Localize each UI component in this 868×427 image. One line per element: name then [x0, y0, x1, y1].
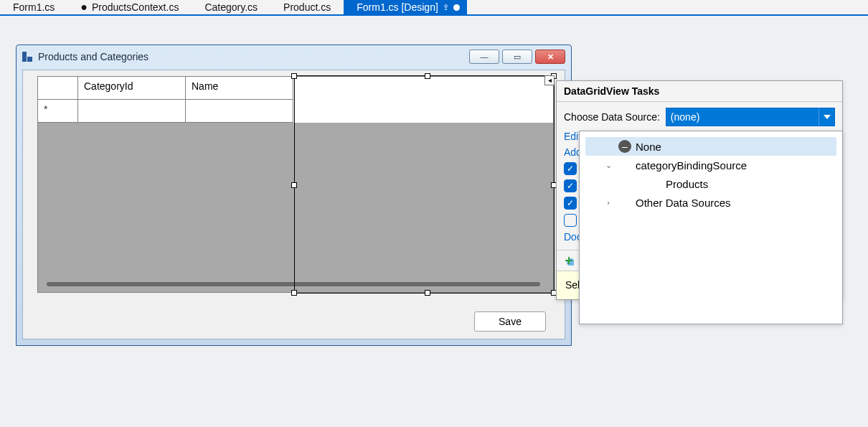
ds-node-label: categoryBindingSource: [636, 159, 747, 172]
tasks-check-2[interactable]: ✓: [564, 179, 577, 192]
dgv-col-categoryid[interactable]: CategoryId: [78, 77, 186, 100]
combo-value: (none): [671, 111, 699, 123]
expand-toggle-icon[interactable]: ›: [603, 198, 614, 207]
ds-node-products[interactable]: Products: [585, 174, 836, 193]
tasks-check-4[interactable]: [564, 214, 577, 227]
minimize-button[interactable]: —: [469, 50, 499, 64]
choose-datasource-label: Choose Data Source:: [564, 111, 660, 123]
tab-status-icon: [453, 4, 460, 11]
resize-handle[interactable]: [291, 73, 297, 79]
designed-form-window[interactable]: Products and Categories — ▭ ✕ CategoryId…: [16, 44, 572, 346]
tab-label: Form1.cs: [13, 1, 55, 13]
dgv-new-row-marker: *: [38, 100, 78, 123]
dgv-new-row[interactable]: *: [38, 100, 553, 123]
tab-productscontext-cs[interactable]: ● ProductsContext.cs: [67, 0, 192, 15]
smart-tag-glyph-icon[interactable]: ◂: [544, 75, 555, 85]
ds-node-label: Other Data Sources: [636, 197, 731, 209]
tab-label: Category.cs: [204, 1, 258, 13]
form-title: Products and Categories: [38, 51, 463, 62]
ds-node-bindingsource[interactable]: ⌄ categoryBindingSource: [585, 156, 836, 174]
maximize-button[interactable]: ▭: [502, 50, 532, 64]
form-app-icon: [22, 52, 32, 62]
dgv-col-name[interactable]: Name: [186, 77, 293, 100]
close-button[interactable]: ✕: [535, 50, 565, 64]
expand-toggle-icon[interactable]: ⌄: [603, 161, 614, 170]
form-client-area[interactable]: CategoryId Name *: [22, 70, 565, 339]
document-tabstrip: Form1.cs ● ProductsContext.cs Category.c…: [0, 0, 868, 16]
resize-handle[interactable]: [425, 73, 430, 79]
datasource-dropdown: – None ⌄ categoryBindingSource Products …: [579, 131, 843, 324]
tab-product-cs[interactable]: Product.cs: [270, 0, 344, 15]
tab-category-cs[interactable]: Category.cs: [192, 0, 270, 15]
tab-form1-cs[interactable]: Form1.cs: [0, 0, 67, 15]
ds-node-none[interactable]: – None: [585, 137, 836, 156]
ds-node-label: None: [636, 141, 661, 153]
resize-handle[interactable]: [425, 290, 430, 296]
add-datasource-icon: [564, 255, 574, 266]
datagridview-selection[interactable]: CategoryId Name *: [37, 76, 554, 293]
none-icon: –: [618, 140, 631, 153]
dgv-scrollbar[interactable]: [47, 282, 540, 286]
save-button[interactable]: Save: [474, 311, 546, 332]
ds-node-label: Products: [666, 178, 708, 190]
dgv-col-rowheader[interactable]: [38, 77, 78, 100]
tab-label: Form1.cs [Design]: [357, 1, 438, 13]
designer-surface[interactable]: Products and Categories — ▭ ✕ CategoryId…: [0, 16, 868, 427]
dgv-cell[interactable]: [78, 100, 186, 123]
form-titlebar[interactable]: Products and Categories — ▭ ✕: [16, 45, 571, 68]
tab-label: ProductsContext.cs: [92, 1, 179, 13]
resize-handle[interactable]: [291, 290, 297, 296]
pin-icon[interactable]: ⇪: [443, 3, 449, 12]
resize-handle[interactable]: [291, 182, 297, 188]
selection-edge: [294, 293, 554, 294]
tab-form1-design[interactable]: Form1.cs [Design] ⇪: [344, 0, 467, 15]
chevron-down-icon[interactable]: [819, 108, 834, 126]
selection-edge: [294, 75, 554, 76]
dgv-header-row: CategoryId Name: [38, 77, 553, 100]
tab-label: Product.cs: [283, 1, 331, 13]
tasks-check-3[interactable]: ✓: [564, 197, 577, 210]
choose-datasource-combo[interactable]: (none): [666, 108, 835, 126]
tasks-check-1[interactable]: ✓: [564, 162, 577, 175]
dgv-cell[interactable]: [186, 100, 293, 123]
tasks-title: DataGridView Tasks: [557, 81, 842, 102]
ds-node-other[interactable]: › Other Data Sources: [585, 193, 836, 212]
